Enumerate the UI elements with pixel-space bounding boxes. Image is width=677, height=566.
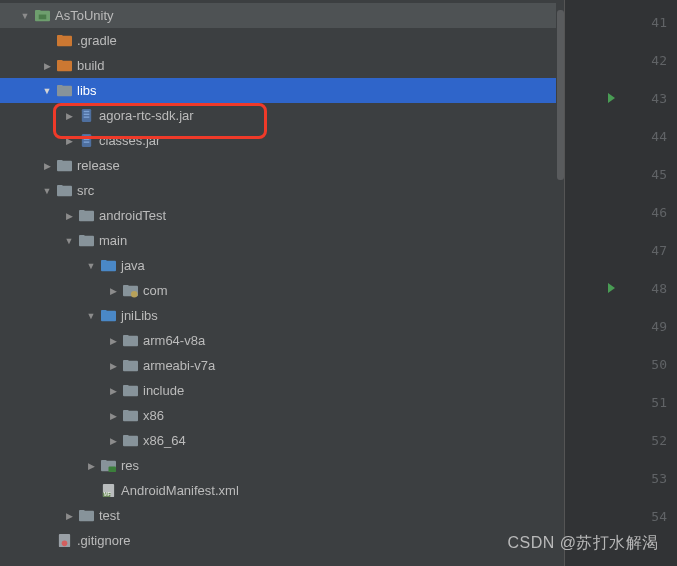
svg-rect-6 — [57, 60, 63, 63]
tree-item-label: .gradle — [77, 33, 117, 48]
line-number: 50 — [641, 357, 667, 372]
chevron-right-icon[interactable]: ▶ — [62, 211, 76, 221]
gutter-row[interactable]: 46 — [565, 193, 677, 231]
gutter-row[interactable]: 41 — [565, 3, 677, 41]
tree-row-release[interactable]: ▶release — [0, 153, 564, 178]
tree-row-agora-rtc-sdk-jar[interactable]: ▶agora-rtc-sdk.jar — [0, 103, 564, 128]
chevron-down-icon[interactable]: ▼ — [84, 261, 98, 271]
project-tree-panel[interactable]: ▼AsToUnity.gradle▶build▼libs▶agora-rtc-s… — [0, 0, 564, 566]
tree-row-libs[interactable]: ▼libs — [0, 78, 564, 103]
gutter-row[interactable]: 45} — [565, 155, 677, 193]
svg-rect-28 — [123, 285, 129, 288]
gutter-row[interactable]: 43t — [565, 79, 677, 117]
line-number: 42 — [641, 53, 667, 68]
scrollbar-thumb[interactable] — [557, 10, 564, 180]
chevron-right-icon[interactable]: ▶ — [62, 136, 76, 146]
tree-row-jnilibs[interactable]: ▼jniLibs — [0, 303, 564, 328]
tree-row--gitignore[interactable]: .gitignore — [0, 528, 564, 553]
chevron-down-icon[interactable]: ▼ — [84, 311, 98, 321]
line-number: 47 — [641, 243, 667, 258]
chevron-right-icon[interactable]: ▶ — [84, 461, 98, 471]
tree-row-res[interactable]: ▶res — [0, 453, 564, 478]
run-marker-icon[interactable] — [608, 93, 615, 103]
chevron-down-icon[interactable]: ▼ — [18, 11, 32, 21]
chevron-right-icon[interactable]: ▶ — [106, 411, 120, 421]
tree-row-arm64-v8a[interactable]: ▶arm64-v8a — [0, 328, 564, 353]
tree-item-label: java — [121, 258, 145, 273]
tree-row-x86-64[interactable]: ▶x86_64 — [0, 428, 564, 453]
tree-item-label: build — [77, 58, 104, 73]
tree-row-include[interactable]: ▶include — [0, 378, 564, 403]
tree-row-classes-jar[interactable]: ▶classes.jar — [0, 128, 564, 153]
tree-item-label: agora-rtc-sdk.jar — [99, 108, 194, 123]
svg-rect-10 — [83, 111, 89, 112]
package-icon — [122, 283, 138, 299]
chevron-right-icon[interactable]: ▶ — [62, 111, 76, 121]
svg-rect-12 — [83, 116, 89, 117]
gutter-row[interactable]: 48t — [565, 269, 677, 307]
folder-grey-icon — [122, 433, 138, 449]
chevron-right-icon[interactable]: ▶ — [62, 511, 76, 521]
svg-point-29 — [130, 291, 137, 298]
chevron-right-icon[interactable]: ▶ — [40, 161, 54, 171]
tree-item-label: androidTest — [99, 208, 166, 223]
chevron-right-icon[interactable]: ▶ — [106, 361, 120, 371]
tree-row-java[interactable]: ▼java — [0, 253, 564, 278]
folder-grey-icon — [78, 233, 94, 249]
tree-row-astounity[interactable]: ▼AsToUnity — [0, 3, 564, 28]
svg-rect-2 — [38, 15, 46, 20]
gutter-row[interactable]: 50 — [565, 345, 677, 383]
tree-item-label: src — [77, 183, 94, 198]
folder-grey-icon — [56, 183, 72, 199]
chevron-right-icon[interactable]: ▶ — [106, 336, 120, 346]
chevron-right-icon[interactable]: ▶ — [40, 61, 54, 71]
folder-grey-icon — [78, 208, 94, 224]
svg-rect-18 — [57, 160, 63, 163]
tree-row-androidtest[interactable]: ▶androidTest — [0, 203, 564, 228]
chevron-right-icon[interactable]: ▶ — [106, 436, 120, 446]
line-number: 51 — [641, 395, 667, 410]
tree-row-src[interactable]: ▼src — [0, 178, 564, 203]
tree-row--gradle[interactable]: .gradle — [0, 28, 564, 53]
tree-row-x86[interactable]: ▶x86 — [0, 403, 564, 428]
module-root-icon — [34, 8, 50, 24]
tree-row-build[interactable]: ▶build — [0, 53, 564, 78]
chevron-right-icon[interactable]: ▶ — [106, 286, 120, 296]
line-number: 49 — [641, 319, 667, 334]
chevron-down-icon[interactable]: ▼ — [40, 186, 54, 196]
gutter-row[interactable]: 54} — [565, 497, 677, 535]
gutter-row[interactable]: 53 — [565, 459, 677, 497]
line-number: 44 — [641, 129, 667, 144]
gutter-row[interactable]: 42/ — [565, 41, 677, 79]
folder-grey-icon — [122, 383, 138, 399]
gutter-row[interactable]: 52 — [565, 421, 677, 459]
tree-row-main[interactable]: ▼main — [0, 228, 564, 253]
tree-item-label: .gitignore — [77, 533, 130, 548]
gutter-row[interactable]: 47/ — [565, 231, 677, 269]
chevron-down-icon[interactable]: ▼ — [62, 236, 76, 246]
svg-rect-33 — [123, 335, 129, 338]
chevron-right-icon[interactable]: ▶ — [106, 386, 120, 396]
gutter-row[interactable]: 51 — [565, 383, 677, 421]
folder-grey-icon — [56, 83, 72, 99]
tree-row-test[interactable]: ▶test — [0, 503, 564, 528]
gutter-row[interactable]: 44 — [565, 117, 677, 155]
tree-item-label: main — [99, 233, 127, 248]
line-number: 52 — [641, 433, 667, 448]
tree-row-androidmanifest-xml[interactable]: MFAndroidManifest.xml — [0, 478, 564, 503]
tree-row-armeabi-v7a[interactable]: ▶armeabi-v7a — [0, 353, 564, 378]
tree-row-com[interactable]: ▶com — [0, 278, 564, 303]
gutter-row[interactable]: 49 — [565, 307, 677, 345]
svg-rect-1 — [35, 10, 41, 13]
svg-rect-37 — [123, 385, 129, 388]
svg-rect-35 — [123, 360, 129, 363]
svg-rect-41 — [123, 435, 129, 438]
line-number: 53 — [641, 471, 667, 486]
tree-item-label: com — [143, 283, 168, 298]
tree-item-label: arm64-v8a — [143, 333, 205, 348]
tree-item-label: AsToUnity — [55, 8, 114, 23]
svg-rect-8 — [57, 85, 63, 88]
chevron-down-icon[interactable]: ▼ — [40, 86, 54, 96]
folder-grey-icon — [56, 158, 72, 174]
run-marker-icon[interactable] — [608, 283, 615, 293]
